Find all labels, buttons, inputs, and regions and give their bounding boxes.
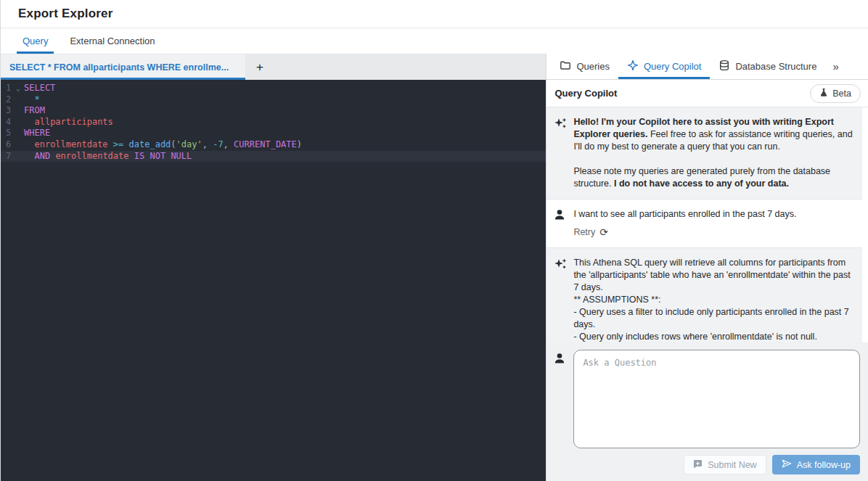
tab-database-structure[interactable]: Database Structure [710, 54, 825, 79]
code-text: * [24, 94, 40, 106]
code-text: FROM [24, 105, 45, 117]
ask-actions: Submit New Ask follow-up [573, 455, 860, 474]
copilot-title: Query Copilot [554, 88, 617, 99]
refresh-icon: ⟳ [599, 226, 608, 239]
line-number: 3 [1, 105, 12, 117]
code-line: 7 AND enrollmentdate IS NOT NULL [1, 151, 546, 163]
code-line: 1⌄SELECT [1, 83, 546, 94]
copilot-response-text: This Athena SQL query will retrieve all … [573, 257, 853, 342]
tab-query-copilot[interactable]: Query Copilot [618, 54, 710, 79]
tab-external-connection[interactable]: External Connection [64, 28, 160, 54]
tab-queries-label: Queries [576, 61, 610, 72]
ask-question-area: Submit New Ask follow-up [546, 342, 868, 481]
line-number: 5 [1, 128, 12, 139]
sparkles-icon [554, 257, 567, 342]
tab-queries[interactable]: Queries [551, 54, 618, 79]
code-line: 2 * [1, 94, 546, 106]
copilot-intro-text: Hello! I'm your Copilot here to assist y… [573, 116, 853, 190]
tab-database-structure-label: Database Structure [735, 61, 816, 72]
submit-new-label: Submit New [708, 460, 756, 470]
copilot-header: Query Copilot Beta [546, 80, 868, 107]
tab-query[interactable]: Query [17, 28, 54, 54]
code-line: 3FROM [1, 105, 546, 117]
chat-message-list[interactable]: Hello! I'm your Copilot here to assist y… [546, 107, 868, 342]
fold-gutter [12, 128, 24, 139]
line-number: 6 [1, 139, 12, 151]
user-message: I want to see all participants enrolled … [546, 199, 862, 248]
editor-tab-bar: SELECT * FROM allparticipants WHERE enro… [1, 54, 546, 80]
message-plus-icon [693, 459, 703, 471]
ask-followup-button[interactable]: Ask follow-up [772, 455, 860, 474]
copilot-response-message: This Athena SQL query will retrieve all … [546, 248, 862, 342]
sql-code-editor[interactable]: 1⌄SELECT2 *3FROM4 allparticipants5WHERE6… [1, 80, 546, 481]
copilot-intro-message: Hello! I'm your Copilot here to assist y… [546, 107, 862, 199]
person-icon [554, 208, 567, 239]
new-query-tab-button[interactable]: + [245, 54, 274, 80]
tab-query-copilot-label: Query Copilot [644, 61, 701, 72]
sparkle-icon [627, 59, 639, 73]
sparkles-icon [554, 116, 567, 190]
copilot-panel: Queries Query Copilot [546, 54, 868, 481]
person-icon [554, 350, 567, 481]
code-text: WHERE [24, 128, 50, 139]
beta-label: Beta [832, 89, 851, 99]
page-header: Export Explorer [1, 0, 868, 28]
line-number: 4 [1, 117, 12, 128]
line-number: 1 [1, 83, 12, 94]
code-text: SELECT [24, 83, 55, 94]
flask-icon [819, 88, 828, 99]
ask-question-input[interactable] [573, 350, 860, 448]
code-line: 5WHERE [1, 128, 546, 139]
query-file-tab-label: SELECT * FROM allparticipants WHERE enro… [9, 62, 229, 73]
ask-followup-label: Ask follow-up [797, 460, 851, 470]
intro-note-bold: I do not have access to any of your data… [614, 178, 789, 189]
line-number: 7 [1, 151, 12, 163]
code-text: allparticipants [24, 117, 113, 128]
retry-button[interactable]: Retry ⟳ [573, 226, 853, 239]
line-number: 2 [1, 94, 12, 106]
tab-query-label: Query [22, 36, 48, 46]
user-message-text: I want to see all participants enrolled … [573, 208, 853, 221]
code-text: enrollmentdate >= date_add('day', -7, CU… [24, 139, 302, 151]
panel-tab-bar: Queries Query Copilot [546, 54, 868, 80]
fold-gutter [12, 151, 24, 163]
chevrons-right-icon: » [832, 60, 838, 73]
send-icon [782, 459, 792, 470]
folder-icon [560, 59, 571, 73]
fold-gutter [12, 117, 24, 128]
beta-badge[interactable]: Beta [810, 84, 861, 103]
fold-toggle-icon[interactable]: ⌄ [12, 83, 24, 94]
main-tab-strip: Query External Connection [1, 28, 868, 54]
page-title: Export Explorer [18, 7, 113, 21]
export-explorer-window: Export Explorer Query External Connectio… [0, 0, 868, 481]
fold-gutter [12, 105, 24, 117]
fold-gutter [12, 94, 24, 106]
more-tabs-button[interactable]: » [825, 54, 846, 79]
database-icon [718, 59, 730, 73]
query-file-tab[interactable]: SELECT * FROM allparticipants WHERE enro… [1, 54, 245, 80]
submit-new-button[interactable]: Submit New [684, 455, 766, 474]
retry-label: Retry [573, 226, 595, 239]
fold-gutter [12, 139, 24, 151]
query-editor-pane: SELECT * FROM allparticipants WHERE enro… [1, 54, 546, 481]
tab-external-connection-label: External Connection [70, 36, 155, 46]
code-line: 6 enrollmentdate >= date_add('day', -7, … [1, 139, 546, 151]
code-line: 4 allparticipants [1, 117, 546, 128]
code-text: AND enrollmentdate IS NOT NULL [24, 151, 192, 163]
